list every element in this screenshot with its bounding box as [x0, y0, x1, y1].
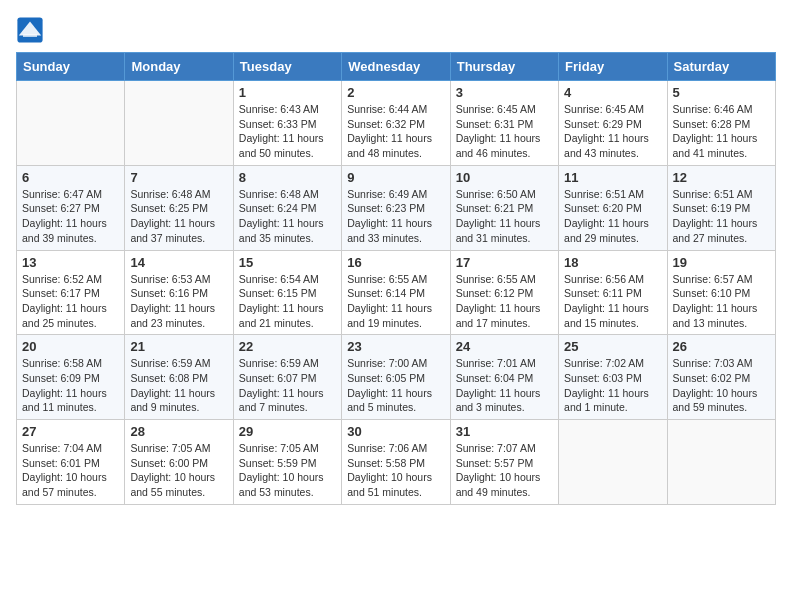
calendar-cell: 29Sunrise: 7:05 AM Sunset: 5:59 PM Dayli… [233, 420, 341, 505]
day-info: Sunrise: 6:47 AM Sunset: 6:27 PM Dayligh… [22, 187, 119, 246]
day-number: 24 [456, 339, 553, 354]
logo-icon [16, 16, 44, 44]
day-info: Sunrise: 6:56 AM Sunset: 6:11 PM Dayligh… [564, 272, 661, 331]
calendar-cell: 15Sunrise: 6:54 AM Sunset: 6:15 PM Dayli… [233, 250, 341, 335]
calendar-cell: 26Sunrise: 7:03 AM Sunset: 6:02 PM Dayli… [667, 335, 775, 420]
day-header-thursday: Thursday [450, 53, 558, 81]
calendar-cell [17, 81, 125, 166]
day-number: 26 [673, 339, 770, 354]
calendar-cell: 25Sunrise: 7:02 AM Sunset: 6:03 PM Dayli… [559, 335, 667, 420]
day-info: Sunrise: 6:54 AM Sunset: 6:15 PM Dayligh… [239, 272, 336, 331]
day-number: 6 [22, 170, 119, 185]
calendar-cell: 16Sunrise: 6:55 AM Sunset: 6:14 PM Dayli… [342, 250, 450, 335]
calendar-cell: 31Sunrise: 7:07 AM Sunset: 5:57 PM Dayli… [450, 420, 558, 505]
day-number: 25 [564, 339, 661, 354]
day-info: Sunrise: 6:55 AM Sunset: 6:12 PM Dayligh… [456, 272, 553, 331]
calendar-cell: 7Sunrise: 6:48 AM Sunset: 6:25 PM Daylig… [125, 165, 233, 250]
day-number: 30 [347, 424, 444, 439]
day-info: Sunrise: 6:51 AM Sunset: 6:20 PM Dayligh… [564, 187, 661, 246]
day-info: Sunrise: 6:59 AM Sunset: 6:07 PM Dayligh… [239, 356, 336, 415]
calendar-cell [125, 81, 233, 166]
day-number: 7 [130, 170, 227, 185]
day-header-monday: Monday [125, 53, 233, 81]
calendar-week-row: 13Sunrise: 6:52 AM Sunset: 6:17 PM Dayli… [17, 250, 776, 335]
calendar-week-row: 6Sunrise: 6:47 AM Sunset: 6:27 PM Daylig… [17, 165, 776, 250]
calendar-cell: 14Sunrise: 6:53 AM Sunset: 6:16 PM Dayli… [125, 250, 233, 335]
day-header-friday: Friday [559, 53, 667, 81]
calendar-cell [667, 420, 775, 505]
calendar-cell: 6Sunrise: 6:47 AM Sunset: 6:27 PM Daylig… [17, 165, 125, 250]
logo [16, 16, 48, 44]
day-info: Sunrise: 7:03 AM Sunset: 6:02 PM Dayligh… [673, 356, 770, 415]
day-info: Sunrise: 7:07 AM Sunset: 5:57 PM Dayligh… [456, 441, 553, 500]
day-number: 23 [347, 339, 444, 354]
calendar-week-row: 1Sunrise: 6:43 AM Sunset: 6:33 PM Daylig… [17, 81, 776, 166]
day-info: Sunrise: 6:58 AM Sunset: 6:09 PM Dayligh… [22, 356, 119, 415]
day-info: Sunrise: 7:02 AM Sunset: 6:03 PM Dayligh… [564, 356, 661, 415]
calendar-cell: 27Sunrise: 7:04 AM Sunset: 6:01 PM Dayli… [17, 420, 125, 505]
day-header-wednesday: Wednesday [342, 53, 450, 81]
calendar-week-row: 27Sunrise: 7:04 AM Sunset: 6:01 PM Dayli… [17, 420, 776, 505]
calendar-cell: 21Sunrise: 6:59 AM Sunset: 6:08 PM Dayli… [125, 335, 233, 420]
day-info: Sunrise: 6:57 AM Sunset: 6:10 PM Dayligh… [673, 272, 770, 331]
day-number: 9 [347, 170, 444, 185]
day-number: 16 [347, 255, 444, 270]
day-number: 22 [239, 339, 336, 354]
day-number: 5 [673, 85, 770, 100]
day-info: Sunrise: 7:01 AM Sunset: 6:04 PM Dayligh… [456, 356, 553, 415]
calendar-cell: 20Sunrise: 6:58 AM Sunset: 6:09 PM Dayli… [17, 335, 125, 420]
day-number: 2 [347, 85, 444, 100]
day-number: 18 [564, 255, 661, 270]
calendar-table: SundayMondayTuesdayWednesdayThursdayFrid… [16, 52, 776, 505]
day-info: Sunrise: 6:51 AM Sunset: 6:19 PM Dayligh… [673, 187, 770, 246]
day-info: Sunrise: 7:05 AM Sunset: 6:00 PM Dayligh… [130, 441, 227, 500]
calendar-cell: 8Sunrise: 6:48 AM Sunset: 6:24 PM Daylig… [233, 165, 341, 250]
day-info: Sunrise: 6:48 AM Sunset: 6:25 PM Dayligh… [130, 187, 227, 246]
day-number: 20 [22, 339, 119, 354]
day-number: 17 [456, 255, 553, 270]
day-number: 13 [22, 255, 119, 270]
calendar-cell: 30Sunrise: 7:06 AM Sunset: 5:58 PM Dayli… [342, 420, 450, 505]
day-info: Sunrise: 6:50 AM Sunset: 6:21 PM Dayligh… [456, 187, 553, 246]
day-info: Sunrise: 6:59 AM Sunset: 6:08 PM Dayligh… [130, 356, 227, 415]
day-info: Sunrise: 7:06 AM Sunset: 5:58 PM Dayligh… [347, 441, 444, 500]
day-number: 27 [22, 424, 119, 439]
calendar-cell: 2Sunrise: 6:44 AM Sunset: 6:32 PM Daylig… [342, 81, 450, 166]
day-info: Sunrise: 6:49 AM Sunset: 6:23 PM Dayligh… [347, 187, 444, 246]
day-header-tuesday: Tuesday [233, 53, 341, 81]
day-info: Sunrise: 7:05 AM Sunset: 5:59 PM Dayligh… [239, 441, 336, 500]
day-info: Sunrise: 6:46 AM Sunset: 6:28 PM Dayligh… [673, 102, 770, 161]
calendar-cell: 17Sunrise: 6:55 AM Sunset: 6:12 PM Dayli… [450, 250, 558, 335]
day-info: Sunrise: 6:48 AM Sunset: 6:24 PM Dayligh… [239, 187, 336, 246]
day-info: Sunrise: 7:00 AM Sunset: 6:05 PM Dayligh… [347, 356, 444, 415]
day-header-sunday: Sunday [17, 53, 125, 81]
day-number: 19 [673, 255, 770, 270]
calendar-cell: 28Sunrise: 7:05 AM Sunset: 6:00 PM Dayli… [125, 420, 233, 505]
calendar-cell: 4Sunrise: 6:45 AM Sunset: 6:29 PM Daylig… [559, 81, 667, 166]
calendar-cell: 23Sunrise: 7:00 AM Sunset: 6:05 PM Dayli… [342, 335, 450, 420]
page-header [16, 16, 776, 44]
day-info: Sunrise: 7:04 AM Sunset: 6:01 PM Dayligh… [22, 441, 119, 500]
day-info: Sunrise: 6:45 AM Sunset: 6:29 PM Dayligh… [564, 102, 661, 161]
day-number: 31 [456, 424, 553, 439]
day-number: 28 [130, 424, 227, 439]
day-number: 8 [239, 170, 336, 185]
calendar-cell [559, 420, 667, 505]
calendar-cell: 9Sunrise: 6:49 AM Sunset: 6:23 PM Daylig… [342, 165, 450, 250]
calendar-cell: 10Sunrise: 6:50 AM Sunset: 6:21 PM Dayli… [450, 165, 558, 250]
day-number: 21 [130, 339, 227, 354]
calendar-cell: 24Sunrise: 7:01 AM Sunset: 6:04 PM Dayli… [450, 335, 558, 420]
day-number: 29 [239, 424, 336, 439]
calendar-cell: 3Sunrise: 6:45 AM Sunset: 6:31 PM Daylig… [450, 81, 558, 166]
calendar-cell: 12Sunrise: 6:51 AM Sunset: 6:19 PM Dayli… [667, 165, 775, 250]
day-number: 4 [564, 85, 661, 100]
day-number: 11 [564, 170, 661, 185]
calendar-cell: 19Sunrise: 6:57 AM Sunset: 6:10 PM Dayli… [667, 250, 775, 335]
calendar-cell: 1Sunrise: 6:43 AM Sunset: 6:33 PM Daylig… [233, 81, 341, 166]
svg-rect-2 [23, 34, 37, 37]
day-number: 10 [456, 170, 553, 185]
day-info: Sunrise: 6:52 AM Sunset: 6:17 PM Dayligh… [22, 272, 119, 331]
calendar-cell: 13Sunrise: 6:52 AM Sunset: 6:17 PM Dayli… [17, 250, 125, 335]
day-number: 14 [130, 255, 227, 270]
calendar-cell: 5Sunrise: 6:46 AM Sunset: 6:28 PM Daylig… [667, 81, 775, 166]
